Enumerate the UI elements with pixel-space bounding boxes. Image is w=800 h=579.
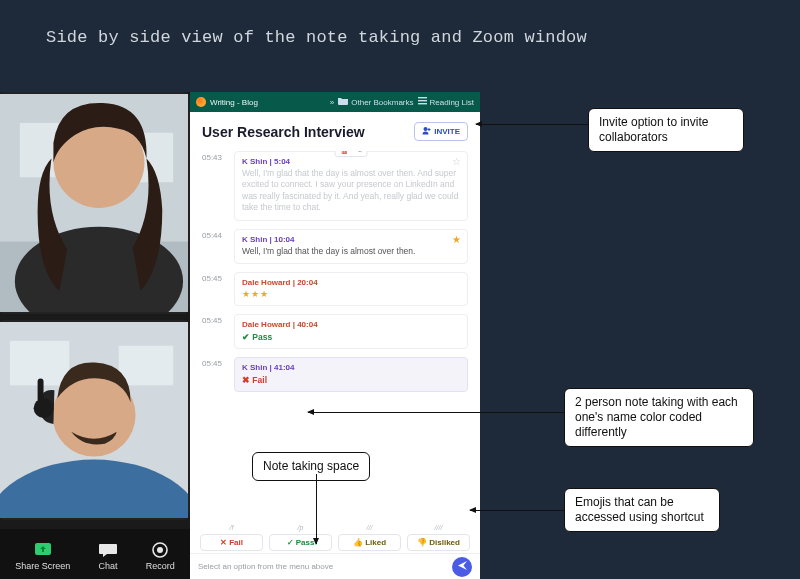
svg-rect-12 [38, 378, 44, 402]
svg-rect-18 [418, 103, 427, 104]
note-bubble[interactable]: K Shin | 5:04Well, I'm glad that the day… [234, 151, 468, 221]
svg-point-11 [34, 398, 54, 418]
zoom-share-screen-button[interactable]: Share Screen [15, 541, 70, 571]
shortcut-hint: /p [269, 524, 332, 531]
callout-emoji: Emojis that can be accessed using shortc… [564, 488, 720, 532]
zoom-window: Share Screen Chat Record [0, 92, 190, 579]
svg-rect-17 [418, 100, 427, 101]
shortcut-hint: //// [407, 524, 470, 531]
rating-stars-icon: ★★★ [242, 289, 460, 299]
note-timestamp: 05:44 [202, 229, 226, 264]
notes-header: User Research Interview INVITE [190, 112, 480, 151]
svg-point-19 [424, 127, 428, 131]
notes-title: User Research Interview [202, 124, 365, 140]
reading-list-button[interactable]: Reading List [418, 97, 474, 107]
pass-tag: ✔ Pass [242, 332, 272, 342]
share-screen-icon [32, 541, 54, 559]
callout-color: 2 person note taking with each one's nam… [564, 388, 754, 447]
edit-icon[interactable]: ✎ [355, 151, 363, 155]
arrow-emoji [470, 510, 564, 511]
zoom-record-label: Record [146, 561, 175, 571]
invite-user-icon [422, 126, 431, 137]
note-author: K Shin | 41:04 [242, 363, 460, 372]
list-icon [418, 97, 427, 107]
zoom-video-participant-2 [0, 320, 190, 520]
invite-button[interactable]: INVITE [414, 122, 468, 141]
arrow-space [316, 474, 317, 544]
star-icon[interactable]: ☆ [452, 156, 461, 167]
note-entry[interactable]: 05:44K Shin | 10:04Well, I'm glad that t… [202, 229, 468, 264]
delete-icon[interactable]: 🗑 [340, 151, 349, 155]
quick-chip-col: /f✕ Fail [200, 524, 263, 551]
invite-label: INVITE [434, 127, 460, 136]
disliked-chip[interactable]: 👎 Disliked [407, 534, 470, 551]
note-timestamp: 05:45 [202, 314, 226, 349]
note-entry[interactable]: 05:45Dale Howard | 40:04✔ Pass [202, 314, 468, 349]
zoom-toolbar: Share Screen Chat Record [0, 529, 190, 579]
shortcut-hint: /// [338, 524, 401, 531]
note-mini-toolbar[interactable]: 🗑✎ [335, 151, 368, 157]
note-entry[interactable]: 05:43K Shin | 5:04Well, I'm glad that th… [202, 151, 468, 221]
browser-bookmarks-bar: Writing - Blog » Other Bookmarks Reading… [190, 92, 480, 112]
callout-invite: Invite option to invite collaborators [588, 108, 744, 152]
svg-rect-8 [119, 346, 173, 386]
quick-actions-row: /f✕ Fail/p✓ Pass///👍 Liked////👎 Disliked [190, 524, 480, 551]
send-icon [457, 560, 468, 573]
note-bubble[interactable]: K Shin | 10:04Well, I'm glad that the da… [234, 229, 468, 264]
note-timestamp: 05:43 [202, 151, 226, 221]
note-author: Dale Howard | 20:04 [242, 278, 460, 287]
zoom-chat-label: Chat [98, 561, 117, 571]
svg-point-15 [157, 547, 163, 553]
note-timestamp: 05:45 [202, 357, 226, 392]
note-body: Well, I'm glad that the day is almost ov… [242, 168, 460, 214]
liked-chip[interactable]: 👍 Liked [338, 534, 401, 551]
svg-rect-16 [418, 97, 427, 98]
note-author: K Shin | 5:04 [242, 157, 460, 166]
star-icon[interactable]: ★ [452, 234, 461, 245]
chat-icon [97, 541, 119, 559]
note-author: Dale Howard | 40:04 [242, 320, 460, 329]
tab-title: Writing - Blog [210, 98, 258, 107]
tab-favicon-icon [196, 97, 206, 107]
notes-feed: 05:43K Shin | 5:04Well, I'm glad that th… [190, 151, 480, 400]
reading-list-label: Reading List [430, 98, 474, 107]
note-body: Well, I'm glad that the day is almost ov… [242, 246, 460, 257]
zoom-record-button[interactable]: Record [146, 541, 175, 571]
note-bubble[interactable]: Dale Howard | 40:04✔ Pass [234, 314, 468, 349]
callout-space: Note taking space [252, 452, 370, 481]
fail-chip[interactable]: ✕ Fail [200, 534, 263, 551]
pass-chip[interactable]: ✓ Pass [269, 534, 332, 551]
notes-app: Writing - Blog » Other Bookmarks Reading… [190, 92, 480, 579]
note-author: K Shin | 10:04 [242, 235, 460, 244]
note-entry[interactable]: 05:45Dale Howard | 20:04★★★ [202, 272, 468, 306]
other-bookmarks-button[interactable]: Other Bookmarks [338, 97, 413, 107]
quick-chip-col: /p✓ Pass [269, 524, 332, 551]
zoom-share-label: Share Screen [15, 561, 70, 571]
note-bubble[interactable]: K Shin | 41:04✖ Fail [234, 357, 468, 392]
quick-chip-col: ////👎 Disliked [407, 524, 470, 551]
send-button[interactable] [452, 557, 472, 577]
note-timestamp: 05:45 [202, 272, 226, 306]
zoom-video-participant-1 [0, 92, 190, 314]
other-bookmarks-label: Other Bookmarks [351, 98, 413, 107]
app-stage: Share Screen Chat Record Writing - Blog [0, 92, 480, 579]
zoom-chat-button[interactable]: Chat [97, 541, 119, 571]
page-title: Side by side view of the note taking and… [0, 0, 800, 47]
arrow-color [308, 412, 564, 413]
record-icon [149, 541, 171, 559]
note-input[interactable]: Select an option from the menu above [198, 562, 446, 571]
fail-tag: ✖ Fail [242, 375, 267, 385]
bookmarks-chevrons-icon[interactable]: » [330, 98, 334, 107]
quick-chip-col: ///👍 Liked [338, 524, 401, 551]
note-entry[interactable]: 05:45K Shin | 41:04✖ Fail [202, 357, 468, 392]
note-bubble[interactable]: Dale Howard | 20:04★★★ [234, 272, 468, 306]
arrow-invite [476, 124, 588, 125]
browser-tab[interactable]: Writing - Blog [196, 97, 258, 107]
folder-icon [338, 97, 348, 107]
shortcut-hint: /f [200, 524, 263, 531]
note-input-row: Select an option from the menu above [190, 553, 480, 579]
